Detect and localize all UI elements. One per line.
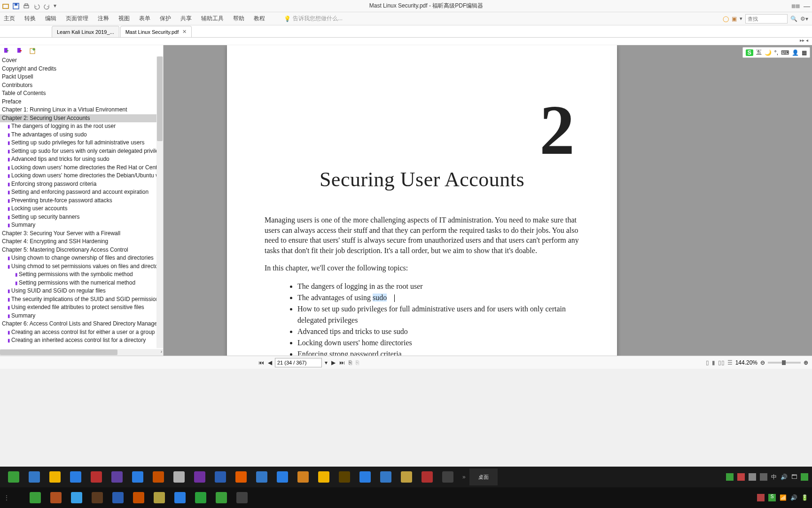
bookmark-item[interactable]: ▮Locking down users' home directories th…	[0, 164, 163, 172]
save-icon[interactable]	[12, 2, 20, 10]
bookmark-item[interactable]: ▮Setting and enforcing password and acco…	[0, 188, 163, 197]
zoom-slider[interactable]	[768, 362, 801, 364]
tab-mast-linux[interactable]: Mast Linux Security.pdf ✕	[120, 26, 192, 37]
bookmark-item[interactable]: ▮Creating an access control list for eit…	[0, 328, 163, 337]
bookmark-item[interactable]: ▮Using SUID and SGID on regular files	[0, 287, 163, 295]
taskbar-app[interactable]	[87, 489, 107, 506]
taskbar-app[interactable]	[86, 468, 106, 485]
grid-icon[interactable]: ▦	[802, 49, 807, 56]
battery-icon[interactable]: 🔋	[801, 494, 808, 501]
page-dropdown-icon[interactable]: ▾	[324, 359, 328, 366]
last-page-icon[interactable]: ⏭	[338, 359, 346, 366]
taskbar-app[interactable]	[128, 468, 148, 485]
taskbar-app[interactable]	[67, 489, 86, 506]
dropdown-icon[interactable]: ▾	[54, 2, 61, 10]
taskbar-app[interactable]	[107, 468, 127, 485]
bookmark-item[interactable]: Chapter 1: Running Linux in a Virtual En…	[0, 106, 163, 114]
ime-punct-icon[interactable]: °,	[774, 49, 778, 56]
bookmark-item[interactable]: Chapter 4: Encrypting and SSH Hardening	[0, 238, 163, 246]
redo-icon[interactable]	[43, 2, 51, 10]
taskbar-app[interactable]	[355, 468, 375, 485]
taskbar-app[interactable]	[190, 468, 210, 485]
taskbar-app[interactable]	[232, 489, 252, 506]
menu-convert[interactable]: 转换	[24, 15, 36, 23]
bookmark-item[interactable]: ▮Creating an inherited access control li…	[0, 336, 163, 345]
bookmark-item[interactable]: ▮Setting up sudo privileges for full adm…	[0, 139, 163, 147]
vertical-dots-icon[interactable]: ⋮	[4, 494, 9, 501]
zoom-out-icon[interactable]: ⊖	[760, 359, 765, 366]
print-icon[interactable]	[23, 2, 30, 10]
menu-home[interactable]: 主页	[4, 15, 15, 23]
volume-icon[interactable]: 🔊	[781, 474, 788, 480]
scroll-right-icon[interactable]: ›	[161, 349, 162, 354]
menu-help[interactable]: 帮助	[233, 15, 244, 23]
share-icon[interactable]: ▣	[732, 16, 737, 22]
menu-accessibility[interactable]: 辅助工具	[201, 15, 224, 23]
taskbar-app[interactable]	[129, 489, 148, 506]
menu-share[interactable]: 共享	[180, 15, 192, 23]
zoom-in-icon[interactable]: ⊕	[804, 359, 808, 366]
sync-icon[interactable]: ◯	[723, 16, 729, 22]
bookmark-item[interactable]: ▮Preventing brute-force password attacks	[0, 197, 163, 205]
taskbar-app[interactable]	[397, 468, 416, 485]
page-number-input[interactable]	[275, 358, 322, 367]
search-icon[interactable]: 🔍	[790, 16, 797, 22]
tray-icon[interactable]	[760, 473, 767, 481]
taskbar-app[interactable]	[25, 489, 45, 506]
taskbar-app[interactable]	[148, 468, 168, 485]
tell-me-search[interactable]: 💡 告诉我您想做什么...	[284, 15, 343, 23]
network-icon[interactable]: 📶	[780, 494, 787, 501]
bookmark-item[interactable]: ▮Enforcing strong password criteria	[0, 180, 163, 189]
prev-page-icon[interactable]: ◀	[267, 359, 273, 366]
show-desktop-button[interactable]: 桌面	[469, 468, 498, 485]
bookmark-item[interactable]: ▮The advantages of using sudo	[0, 131, 163, 139]
first-page-icon[interactable]: ⏮	[258, 359, 265, 366]
bookmark-item[interactable]: ▮Advanced tips and tricks for using sudo	[0, 155, 163, 164]
taskbar-app[interactable]	[438, 468, 458, 485]
find-input[interactable]	[745, 14, 788, 24]
taskbar-app[interactable]	[314, 468, 334, 485]
tab-learn-kali[interactable]: Learn Kali Linux 2019_...	[52, 26, 119, 37]
taskbar-overflow-icon[interactable]: »	[462, 474, 466, 480]
bookmark-item[interactable]: Chapter 5: Mastering Discretionary Acces…	[0, 246, 163, 254]
taskbar-app[interactable]	[66, 468, 86, 485]
bookmark-item[interactable]: ▮Summary	[0, 312, 163, 320]
bookmark-item[interactable]: Preface	[0, 98, 163, 106]
taskbar-app[interactable]	[211, 489, 231, 506]
menu-view[interactable]: 视图	[118, 15, 130, 23]
tray-icon[interactable]	[801, 473, 808, 481]
taskbar-app[interactable]	[211, 468, 230, 485]
bookmark-item[interactable]: Contributors	[0, 81, 163, 90]
vscroll-thumb[interactable]	[157, 56, 163, 141]
new-bookmark-icon[interactable]	[29, 47, 37, 55]
minimize-icon[interactable]: —	[804, 2, 810, 10]
undo-icon[interactable]	[33, 2, 40, 10]
bookmark-item[interactable]: ▮Using extended file attributes to prote…	[0, 303, 163, 312]
tray-icon[interactable]	[749, 473, 756, 481]
tray-icon[interactable]	[737, 473, 745, 481]
ime-wu[interactable]: 五	[756, 48, 762, 56]
taskbar-app[interactable]	[108, 489, 128, 506]
collapse-bookmark-icon[interactable]	[16, 47, 23, 55]
bookmark-item[interactable]: Packt Upsell	[0, 73, 163, 81]
taskbar-app[interactable]	[45, 468, 65, 485]
bookmark-item[interactable]: ▮Setting up security banners	[0, 213, 163, 222]
open-icon[interactable]	[2, 2, 9, 10]
taskbar-app[interactable]	[191, 489, 211, 506]
tray-icon[interactable]	[757, 494, 765, 501]
keyboard-icon[interactable]: ⌨	[781, 49, 789, 56]
moon-icon[interactable]: 🌙	[765, 49, 772, 56]
bookmark-item[interactable]: ▮Locking user accounts	[0, 205, 163, 213]
sidebar-vscrollbar[interactable]	[156, 56, 163, 348]
bookmark-item[interactable]: Chapter 6: Access Control Lists and Shar…	[0, 320, 163, 328]
sidebar-hscrollbar[interactable]: ›	[0, 349, 163, 356]
gear-icon[interactable]: ⚙▾	[800, 16, 808, 22]
taskbar-app[interactable]	[417, 468, 437, 485]
menu-protect[interactable]: 保护	[160, 15, 171, 23]
bookmark-item[interactable]: Chapter 3: Securing Your Server with a F…	[0, 230, 163, 238]
bookmark-item[interactable]: ▮Setting permissions with the symbolic m…	[0, 270, 163, 279]
hscroll-thumb[interactable]	[0, 349, 117, 355]
document-viewer[interactable]: 2 Securing User Accounts Managing users …	[164, 45, 812, 356]
bookmark-item[interactable]: ▮Using chmod to set permissions values o…	[0, 262, 163, 271]
bookmark-item[interactable]: ▮Using chown to change ownership of file…	[0, 254, 163, 262]
